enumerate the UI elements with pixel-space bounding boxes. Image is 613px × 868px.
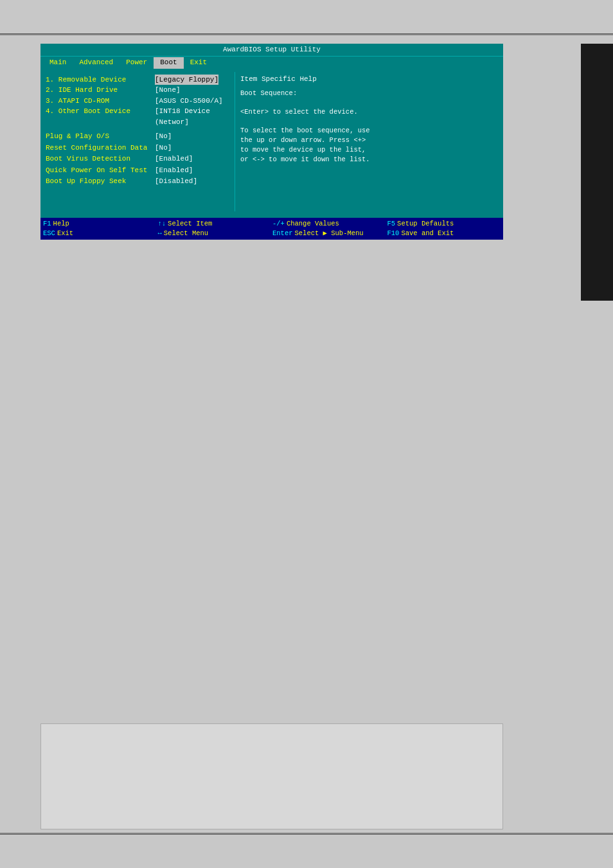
setting-floppy-seek-value[interactable]: [Disabled] (155, 176, 197, 187)
menu-item-power[interactable]: Power (120, 57, 154, 68)
boot-item-3-value[interactable]: [ASUS CD-S500/A] (155, 96, 223, 107)
key-enter: Enter (272, 229, 293, 238)
key-f5: F5 (387, 219, 396, 229)
bios-menu-bar: Main Advanced Power Boot Exit (40, 56, 503, 69)
boot-item-4: 4. Other Boot Device [INT18 Device (Netw… (46, 106, 231, 127)
boot-item-2-label: 2. IDE Hard Drive (46, 85, 155, 96)
key--/+: -/+ (272, 219, 285, 229)
setting-reset-config-label: Reset Configuration Data (46, 143, 155, 154)
boot-item-3: 3. ATAPI CD-ROM [ASUS CD-S500/A] (46, 96, 231, 107)
label-save-and-exit: Save and Exit (401, 229, 454, 238)
settings-section: Plug & Play O/S [No] Reset Configuration… (46, 131, 231, 187)
setting-plug-play: Plug & Play O/S [No] (46, 131, 231, 142)
key-f1: F1 (43, 219, 51, 229)
page-background: AwardBIOS Setup Utility Main Advanced Po… (0, 0, 613, 868)
boot-item-1: 1. Removable Device [Legacy Floppy] (46, 75, 231, 85)
setting-boot-virus: Boot Virus Detection [Enabled] (46, 154, 231, 164)
help-text: Boot Sequence: <Enter> to select the dev… (240, 89, 371, 164)
setting-quick-power-label: Quick Power On Self Test (46, 165, 155, 176)
boot-item-3-label: 3. ATAPI CD-ROM (46, 96, 155, 107)
label-select-item: Select Item (168, 219, 212, 229)
menu-item-advanced[interactable]: Advanced (73, 57, 120, 68)
status-item-↑↓: ↑↓Select Item (158, 219, 272, 229)
status-row-2: ESCExit↔Select MenuEnterSelect ▶ Sub-Men… (43, 229, 501, 238)
status-item--/+: -/+Change Values (272, 219, 386, 229)
boot-item-2: 2. IDE Hard Drive [None] (46, 85, 231, 96)
setting-plug-play-value[interactable]: [No] (155, 131, 172, 142)
label-exit: Exit (57, 229, 73, 238)
boot-item-1-label: 1. Removable Device (46, 75, 155, 85)
setting-floppy-seek: Boot Up Floppy Seek [Disabled] (46, 176, 231, 187)
status-item-f1: F1Help (43, 219, 157, 229)
help-enter-text: <Enter> to select the device. (240, 107, 371, 117)
label-help: Help (53, 219, 69, 229)
setting-quick-power-value[interactable]: [Enabled] (155, 165, 193, 176)
bios-help-panel: Item Specific Help Boot Sequence: <Enter… (235, 72, 376, 211)
setting-floppy-seek-label: Boot Up Floppy Seek (46, 176, 155, 187)
setting-quick-power: Quick Power On Self Test [Enabled] (46, 165, 231, 176)
bottom-content-box (40, 723, 503, 829)
bios-screen: AwardBIOS Setup Utility Main Advanced Po… (40, 44, 503, 240)
boot-item-4-value[interactable]: [INT18 Device (Networ] (155, 106, 231, 127)
setting-reset-config-value[interactable]: [No] (155, 143, 172, 154)
key-↑↓: ↑↓ (158, 219, 166, 229)
status-item-f5: F5Setup Defaults (387, 219, 501, 229)
boot-sequence-list: 1. Removable Device [Legacy Floppy] 2. I… (46, 75, 231, 128)
top-divider (0, 33, 613, 35)
boot-item-2-value[interactable]: [None] (155, 85, 181, 96)
key-esc: ESC (43, 229, 55, 238)
label-setup-defaults: Setup Defaults (397, 219, 454, 229)
bios-main-content: 1. Removable Device [Legacy Floppy] 2. I… (40, 69, 503, 214)
bios-title: AwardBIOS Setup Utility (40, 44, 503, 56)
status-item-↔: ↔Select Menu (158, 229, 272, 238)
status-item-esc: ESCExit (43, 229, 157, 238)
bios-title-text: AwardBIOS Setup Utility (223, 46, 321, 53)
label-select-menu: Select Menu (164, 229, 208, 238)
menu-item-main[interactable]: Main (43, 57, 73, 68)
bios-left-panel: 1. Removable Device [Legacy Floppy] 2. I… (42, 72, 235, 211)
bottom-divider (0, 833, 613, 835)
boot-sequence-heading: Boot Sequence: (240, 89, 371, 98)
key-f10: F10 (387, 229, 400, 238)
status-item-f10: F10Save and Exit (387, 229, 501, 238)
boot-item-1-value[interactable]: [Legacy Floppy] (155, 75, 218, 85)
setting-boot-virus-label: Boot Virus Detection (46, 154, 155, 164)
menu-item-exit[interactable]: Exit (184, 57, 213, 68)
boot-item-4-label: 4. Other Boot Device (46, 106, 155, 127)
key-↔: ↔ (158, 229, 162, 238)
label-select-▶-sub-menu: Select ▶ Sub-Menu (295, 229, 364, 238)
help-title: Item Specific Help (240, 75, 371, 85)
help-sequence-text: To select the boot sequence, use the up … (240, 126, 371, 164)
status-item-enter: EnterSelect ▶ Sub-Menu (272, 229, 386, 238)
status-row-1: F1Help↑↓Select Item-/+Change ValuesF5Set… (43, 219, 501, 229)
setting-plug-play-label: Plug & Play O/S (46, 131, 155, 142)
right-sidebar (581, 44, 613, 301)
menu-item-boot[interactable]: Boot (154, 57, 183, 68)
setting-boot-virus-value[interactable]: [Enabled] (155, 154, 193, 164)
bios-status-bar: F1Help↑↓Select Item-/+Change ValuesF5Set… (40, 218, 503, 240)
setting-reset-config: Reset Configuration Data [No] (46, 143, 231, 154)
label-change-values: Change Values (287, 219, 339, 229)
